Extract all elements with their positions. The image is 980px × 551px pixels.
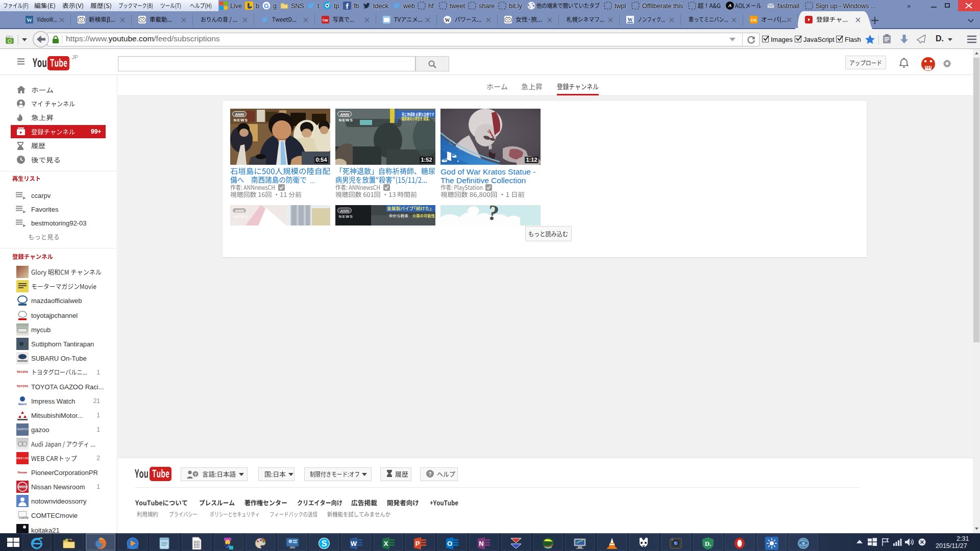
svg-text:X: X	[383, 540, 388, 547]
svg-text:D.: D.	[704, 540, 711, 547]
svg-text:P: P	[415, 540, 420, 547]
svg-text:ANN: ANN	[339, 209, 349, 213]
svg-text:NISSAN: NISSAN	[19, 486, 27, 488]
svg-text:W: W	[445, 17, 450, 23]
svg-text:O: O	[447, 540, 452, 547]
svg-text:CS: CS	[751, 18, 757, 22]
svg-text:?: ?	[194, 472, 197, 477]
svg-text:G: G	[264, 3, 269, 10]
svg-text:ANN: ANN	[234, 209, 244, 213]
svg-text:Car: Car	[323, 18, 329, 22]
svg-text:NEWS: NEWS	[339, 214, 354, 219]
svg-text:N: N	[479, 540, 484, 547]
svg-text:S: S	[322, 539, 327, 548]
svg-text:W: W	[351, 540, 357, 547]
svg-text:A: A	[728, 3, 732, 8]
svg-text:W: W	[27, 17, 32, 23]
svg-text:Watch: Watch	[18, 402, 27, 405]
svg-text:ANN: ANN	[234, 112, 244, 117]
svg-text:NEWS: NEWS	[234, 214, 249, 219]
svg-text:W: W	[628, 17, 633, 22]
svg-text:ANN: ANN	[339, 112, 349, 117]
svg-text:?: ?	[428, 471, 431, 477]
svg-text:NEWS: NEWS	[234, 118, 249, 122]
svg-text:NEWS: NEWS	[339, 118, 354, 122]
